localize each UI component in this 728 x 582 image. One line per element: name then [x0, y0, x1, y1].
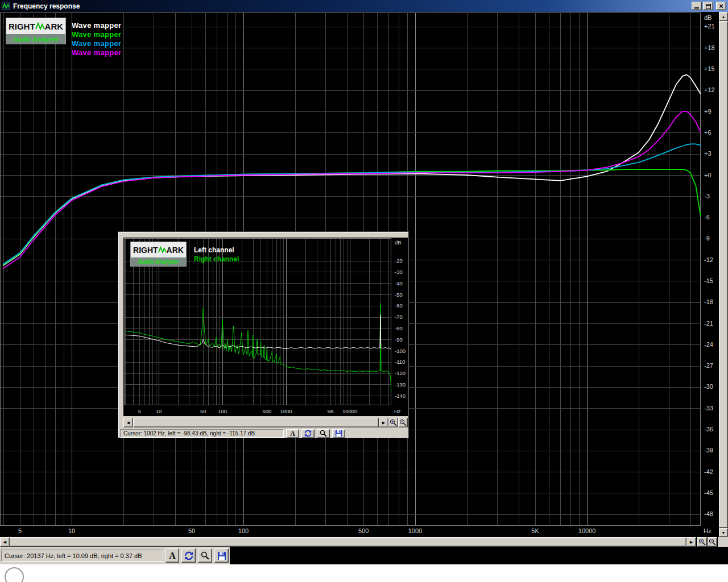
desktop-background	[0, 564, 728, 582]
rmaa-logo: RIGHT ARK Audio Analyzer	[6, 18, 66, 44]
svg-text:+12: +12	[704, 86, 715, 93]
frequency-response-window: Frequency response × 5105010050010005K10…	[0, 0, 728, 564]
zoom-out-icon	[709, 538, 716, 546]
arrow-left-icon: ◀	[3, 540, 6, 544]
svg-text:-15: -15	[704, 277, 713, 284]
app-icon	[2, 2, 10, 10]
scroll-down-button[interactable]: ▼	[719, 528, 728, 537]
svg-text:-24: -24	[704, 341, 713, 348]
minimize-button[interactable]	[692, 2, 702, 10]
refresh-button[interactable]	[181, 548, 196, 563]
inner-zoom-tool-button[interactable]	[317, 429, 330, 438]
font-button[interactable]: A	[166, 548, 180, 563]
rmaa-logo-small-subtitle: Audio Analyzer	[131, 257, 186, 266]
zoom-in-button[interactable]	[697, 537, 707, 547]
scroll-up-button[interactable]: ▲	[719, 12, 728, 21]
inner-zoom-in-button[interactable]	[388, 418, 398, 427]
svg-text:-42: -42	[704, 468, 713, 475]
svg-text:5K: 5K	[531, 527, 539, 534]
svg-text:-50: -50	[395, 292, 403, 298]
svg-text:-60: -60	[395, 302, 403, 309]
vertical-scrollbar-track[interactable]	[719, 21, 728, 528]
svg-text:-27: -27	[704, 362, 713, 369]
rmaa-logo-small-title: RIGHT ARK	[131, 242, 186, 257]
inner-cursor-readout: Cursor: 1002 Hz, left = -98.43 dB, right…	[120, 429, 284, 438]
legend-item: Right channel	[194, 255, 239, 264]
zoom-out-button[interactable]	[708, 537, 717, 547]
magnifier-icon	[320, 430, 327, 437]
svg-text:5: 5	[138, 408, 141, 414]
legend-item: Wave mapper	[72, 48, 121, 57]
vertical-scrollbar-thumb[interactable]	[719, 21, 728, 528]
svg-text:5K: 5K	[328, 408, 334, 414]
scroll-left-button[interactable]: ◀	[0, 537, 10, 547]
font-icon: A	[169, 551, 176, 560]
logo-text-ark: ARK	[45, 22, 64, 31]
legend-item: Wave mapper	[72, 39, 121, 48]
inner-legend: Left channelRight channel	[194, 246, 239, 264]
arrow-up-icon: ▲	[722, 15, 726, 19]
logo-waveform-icon	[158, 246, 167, 253]
inner-scrollbar-track[interactable]	[133, 418, 379, 427]
legend-item: Left channel	[194, 246, 239, 255]
minimize-icon	[694, 7, 699, 9]
inner-save-button[interactable]	[332, 429, 345, 438]
svg-text:-33: -33	[704, 405, 713, 411]
inner-refresh-button[interactable]	[301, 429, 315, 438]
inner-zoom-out-button[interactable]	[398, 418, 408, 427]
restore-button[interactable]	[703, 2, 713, 10]
inner-scroll-left-button[interactable]: ◀	[123, 418, 133, 427]
arrow-right-icon: ▶	[690, 540, 693, 544]
magnifier-icon	[201, 551, 209, 560]
horizontal-scrollbar-thumb[interactable]	[10, 537, 686, 547]
rmaa-logo-small: RIGHT ARK Audio Analyzer	[130, 242, 187, 267]
legend-item: Wave mapper	[72, 30, 121, 39]
save-button[interactable]	[214, 548, 229, 563]
refresh-icon	[184, 551, 193, 560]
svg-text:-3: -3	[704, 193, 710, 199]
svg-text:-9: -9	[704, 235, 710, 242]
svg-text:10000: 10000	[578, 527, 596, 534]
close-button[interactable]: ×	[716, 2, 726, 10]
spectrum-window: 5105010050010005K10000-20-30-40-50-60-70…	[118, 231, 409, 438]
legend-item: Wave mapper	[72, 21, 121, 30]
scrollbar-corner	[718, 537, 728, 547]
svg-text:+18: +18	[704, 44, 715, 51]
inner-font-button[interactable]: A	[286, 429, 299, 438]
zoom-in-icon	[390, 419, 397, 426]
svg-text:10: 10	[68, 527, 75, 534]
svg-text:10: 10	[156, 408, 162, 414]
svg-text:dB: dB	[395, 239, 402, 246]
logo-text-right: RIGHT	[9, 22, 35, 31]
svg-text:Hz: Hz	[394, 408, 401, 414]
svg-text:10000: 10000	[342, 408, 357, 414]
svg-text:-90: -90	[395, 336, 403, 343]
logo-text-ark: ARK	[167, 246, 184, 255]
background-artifact-circle	[5, 567, 24, 582]
svg-text:-80: -80	[395, 325, 403, 331]
svg-text:500: 500	[358, 527, 369, 534]
title-bar[interactable]: Frequency response ×	[0, 0, 728, 12]
font-icon: A	[290, 430, 295, 437]
svg-text:-18: -18	[704, 298, 713, 305]
svg-text:dB: dB	[704, 14, 712, 21]
close-icon: ×	[719, 3, 723, 10]
svg-text:-110: -110	[395, 359, 405, 365]
zoom-tool-button[interactable]	[198, 548, 212, 563]
screen: Frequency response × 5105010050010005K10…	[0, 0, 728, 582]
inner-scroll-right-button[interactable]: ▶	[379, 418, 388, 427]
svg-text:1000: 1000	[408, 527, 422, 534]
arrow-right-icon: ▶	[382, 421, 385, 425]
svg-text:5: 5	[18, 527, 22, 534]
cursor-readout: Cursor: 20137 Hz, left = 10.09 dB, right…	[1, 550, 163, 562]
svg-text:-48: -48	[704, 510, 713, 517]
inner-scrollbar-thumb[interactable]	[133, 418, 379, 427]
svg-text:-6: -6	[704, 214, 710, 221]
svg-text:-30: -30	[395, 269, 403, 275]
scroll-right-button[interactable]: ▶	[686, 537, 696, 547]
floppy-icon	[217, 551, 226, 560]
svg-text:-40: -40	[395, 280, 403, 286]
svg-text:-140: -140	[395, 393, 406, 399]
horizontal-scrollbar-track[interactable]	[10, 537, 686, 547]
horizontal-scrollbar: ◀ ▶	[0, 537, 696, 547]
